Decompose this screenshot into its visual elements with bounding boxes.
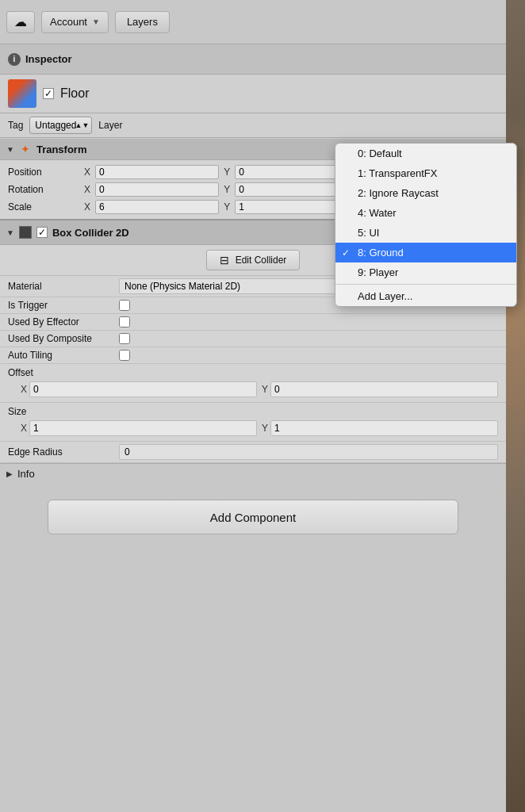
size-inputs: X Y [8,419,498,439]
account-button[interactable]: Account ▼ [41,11,109,33]
dropdown-item-water[interactable]: 4: Water [335,203,516,223]
rot-y-label: Y [224,184,230,195]
tag-label: Tag [8,120,23,131]
account-label: Account [50,16,87,28]
rotation-x-input[interactable] [95,182,219,197]
used-by-composite-row: Used By Composite [0,331,506,347]
used-by-effector-label: Used By Effector [8,316,119,327]
main-panel: ☁ Account ▼ Layers i Inspector ✓ Floor T… [0,0,506,812]
size-x-pair: X [21,420,257,436]
material-label: Material [8,281,119,292]
cloud-icon: ☁ [14,14,27,29]
pos-x-label: X [84,167,90,178]
size-x-axis: X [21,423,27,434]
dropdown-item-player[interactable]: 9: Player [335,262,516,282]
offset-container: Offset X Y [0,364,506,403]
size-y-input[interactable] [270,420,498,436]
dropdown-item-water-label: 4: Water [358,207,397,219]
is-trigger-checkbox[interactable] [119,300,130,311]
scale-y-label: Y [224,201,230,213]
object-icon [8,79,36,108]
layer-label: Layer [98,120,122,131]
inspector-header: i Inspector [0,44,506,75]
add-component-label: Add Component [210,511,296,524]
auto-tiling-checkbox[interactable] [119,350,130,361]
dropdown-item-add-layer[interactable]: Add Layer... [335,286,516,306]
dropdown-item-ground[interactable]: ✓ 8: Ground [335,243,516,262]
box-collider-title: Box Collider 2D [52,227,129,239]
cloud-button[interactable]: ☁ [6,11,35,33]
dropdown-item-ground-label: 8: Ground [358,247,404,259]
position-label: Position [8,167,79,178]
edge-radius-row: Edge Radius [0,442,506,463]
used-by-effector-row: Used By Effector [0,314,506,331]
offset-x-pair: X [21,381,257,397]
inspector-title: Inspector [25,53,72,65]
offset-y-pair: Y [262,381,498,397]
add-component-area: Add Component [0,484,506,550]
offset-x-input[interactable] [29,381,257,397]
layers-button[interactable]: Layers [115,11,170,33]
rot-x-label: X [84,184,90,195]
dropdown-check-icon: ✓ [342,247,350,259]
used-by-effector-checkbox[interactable] [119,316,130,327]
auto-tiling-row: Auto Tiling [0,347,506,364]
collider-color-box [19,226,32,239]
dropdown-item-default[interactable]: 0: Default [335,144,516,163]
offset-y-axis: Y [262,384,268,395]
transform-icon: ✦ [19,143,32,155]
offset-inputs: X Y [8,380,498,400]
add-component-button[interactable]: Add Component [48,500,458,534]
dropdown-item-ignoreraycast[interactable]: 2: Ignore Raycast [335,183,516,203]
layer-dropdown[interactable]: 0: Default 1: TransparentFX 2: Ignore Ra… [335,143,517,307]
dropdown-item-add-layer-label: Add Layer... [358,290,412,302]
dropdown-item-transparentfx-label: 1: TransparentFX [358,167,437,179]
position-x-input[interactable] [95,165,219,179]
dropdown-item-default-label: 0: Default [358,147,402,159]
edge-radius-input[interactable] [119,444,498,460]
dropdown-item-ignoreraycast-label: 2: Ignore Raycast [358,187,439,199]
collider-active-checkbox[interactable]: ✓ [36,227,48,238]
tag-select-wrapper[interactable]: Untagged ▲▼ [29,117,92,134]
used-by-composite-label: Used By Composite [8,333,119,344]
offset-label: Offset [8,366,498,380]
info-label: Info [17,468,35,480]
tag-select[interactable]: Untagged [29,117,92,134]
dropdown-item-transparentfx[interactable]: 1: TransparentFX [335,163,516,183]
offset-x-axis: X [21,384,27,395]
dropdown-divider [335,284,516,285]
toolbar: ☁ Account ▼ Layers [0,0,506,44]
layers-label: Layers [127,16,158,28]
edit-collider-button[interactable]: ⊟ Edit Collider [206,250,301,270]
scale-label: Scale [8,201,79,213]
collider-collapse-arrow[interactable]: ▼ [6,228,14,237]
edge-radius-label: Edge Radius [8,446,119,458]
edit-collider-label: Edit Collider [236,255,287,266]
size-y-axis: Y [262,423,268,434]
account-dropdown-arrow: ▼ [92,17,100,26]
dropdown-item-ui-label: 5: UI [358,227,379,239]
size-container: Size X Y [0,403,506,442]
rotation-label: Rotation [8,184,79,195]
tag-layer-row: Tag Untagged ▲▼ Layer [0,113,506,138]
transform-collapse-arrow[interactable]: ▼ [6,145,14,154]
offset-y-input[interactable] [270,381,498,397]
scale-x-label: X [84,201,90,213]
size-x-input[interactable] [29,420,257,436]
info-collapse-arrow[interactable]: ▶ [6,469,13,478]
auto-tiling-label: Auto Tiling [8,350,119,361]
pos-y-label: Y [224,167,230,178]
dropdown-item-player-label: 9: Player [358,266,398,278]
inspector-icon: i [8,53,21,66]
object-row: ✓ Floor [0,75,506,113]
transform-title: Transform [36,144,87,155]
size-y-pair: Y [262,420,498,436]
is-trigger-label: Is Trigger [8,300,119,311]
object-active-checkbox[interactable]: ✓ [43,88,54,99]
used-by-composite-checkbox[interactable] [119,333,130,344]
scale-x-input[interactable] [95,200,219,214]
info-row: ▶ Info [0,463,506,484]
dropdown-item-ui[interactable]: 5: UI [335,223,516,243]
size-label: Size [8,404,498,419]
edit-collider-icon: ⊟ [220,254,229,266]
